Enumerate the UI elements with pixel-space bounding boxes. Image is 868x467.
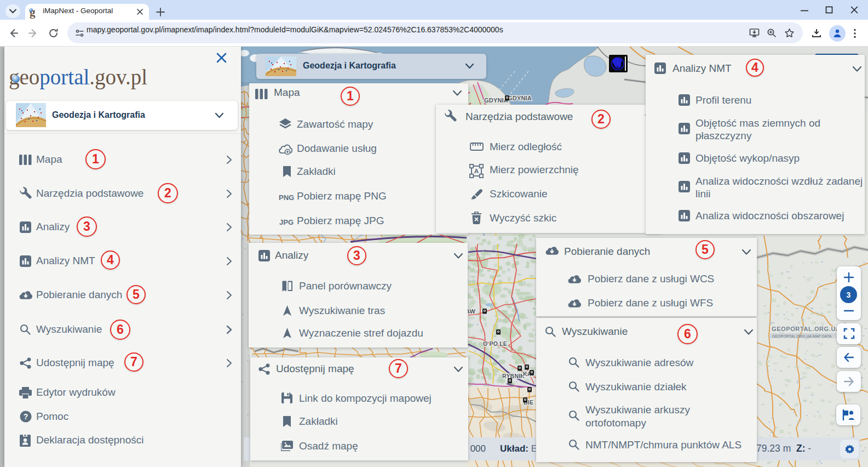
svg-text:GEOPORTAL.ORG.UA: GEOPORTAL.ORG.UA <box>772 326 841 332</box>
svg-text:?: ? <box>24 412 28 421</box>
svg-text:RYBNIK: RYBNIK <box>502 373 525 379</box>
svg-text:GDYNIA: GDYNIA <box>484 97 508 104</box>
svg-text:GDYNIA: GDYNIA <box>508 95 532 101</box>
svg-text:O PO LE: O PO LE <box>483 340 507 347</box>
svg-text:GEOPORTAL ORG UA MAP DATA: GEOPORTAL ORG UA MAP DATA <box>772 334 832 338</box>
svg-text:A: A <box>474 168 479 174</box>
